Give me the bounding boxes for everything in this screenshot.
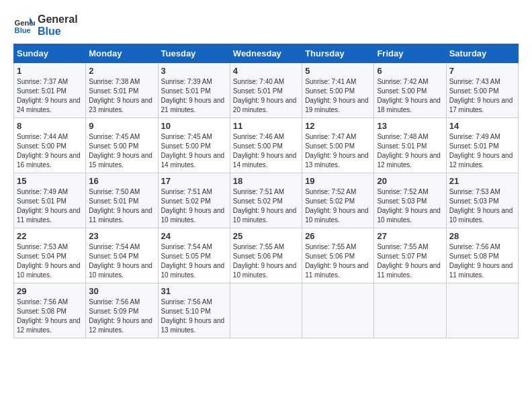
cell-info: Sunrise: 7:53 AMSunset: 5:04 PMDaylight:…: [17, 242, 83, 280]
calendar-cell: 5Sunrise: 7:41 AMSunset: 5:00 PMDaylight…: [302, 63, 374, 118]
calendar-table: SundayMondayTuesdayWednesdayThursdayFrid…: [13, 44, 519, 338]
day-number: 24: [161, 231, 227, 241]
calendar-cell: 22Sunrise: 7:53 AMSunset: 5:04 PMDayligh…: [14, 228, 86, 283]
calendar-cell: 12Sunrise: 7:47 AMSunset: 5:00 PMDayligh…: [302, 118, 374, 173]
day-number: 15: [17, 176, 83, 186]
cell-info: Sunrise: 7:50 AMSunset: 5:01 PMDaylight:…: [89, 187, 154, 225]
day-number: 13: [377, 121, 443, 131]
day-number: 20: [377, 176, 443, 186]
cell-info: Sunrise: 7:41 AMSunset: 5:00 PMDaylight:…: [305, 77, 371, 115]
day-number: 23: [89, 231, 154, 241]
day-number: 27: [377, 231, 443, 241]
calendar-cell: 4Sunrise: 7:40 AMSunset: 5:01 PMDaylight…: [230, 63, 302, 118]
day-header-friday: Friday: [374, 44, 446, 63]
calendar-cell: 14Sunrise: 7:49 AMSunset: 5:01 PMDayligh…: [446, 118, 518, 173]
calendar-cell: 6Sunrise: 7:42 AMSunset: 5:00 PMDaylight…: [374, 63, 446, 118]
calendar-cell: 7Sunrise: 7:43 AMSunset: 5:00 PMDaylight…: [446, 63, 518, 118]
calendar-cell: 3Sunrise: 7:39 AMSunset: 5:01 PMDaylight…: [158, 63, 230, 118]
day-number: 10: [161, 121, 227, 131]
cell-info: Sunrise: 7:51 AMSunset: 5:02 PMDaylight:…: [161, 187, 227, 225]
day-number: 18: [233, 176, 299, 186]
calendar-cell: 17Sunrise: 7:51 AMSunset: 5:02 PMDayligh…: [158, 173, 230, 228]
calendar-cell: 20Sunrise: 7:52 AMSunset: 5:03 PMDayligh…: [374, 173, 446, 228]
calendar-cell: 18Sunrise: 7:51 AMSunset: 5:02 PMDayligh…: [230, 173, 302, 228]
day-header-tuesday: Tuesday: [158, 44, 230, 63]
day-number: 21: [449, 176, 515, 186]
cell-info: Sunrise: 7:56 AMSunset: 5:10 PMDaylight:…: [161, 298, 227, 335]
day-number: 4: [233, 66, 299, 76]
cell-info: Sunrise: 7:44 AMSunset: 5:00 PMDaylight:…: [17, 132, 83, 170]
day-number: 5: [305, 66, 371, 76]
cell-info: Sunrise: 7:46 AMSunset: 5:00 PMDaylight:…: [233, 132, 299, 170]
calendar-cell: 10Sunrise: 7:45 AMSunset: 5:00 PMDayligh…: [158, 118, 230, 173]
day-header-monday: Monday: [86, 44, 158, 63]
calendar-cell: [230, 283, 302, 338]
cell-info: Sunrise: 7:56 AMSunset: 5:09 PMDaylight:…: [89, 298, 154, 335]
calendar-cell: 27Sunrise: 7:55 AMSunset: 5:07 PMDayligh…: [374, 228, 446, 283]
day-number: 28: [449, 231, 515, 241]
calendar-cell: 31Sunrise: 7:56 AMSunset: 5:10 PMDayligh…: [158, 283, 230, 338]
day-number: 31: [161, 286, 227, 296]
calendar-cell: 25Sunrise: 7:55 AMSunset: 5:06 PMDayligh…: [230, 228, 302, 283]
cell-info: Sunrise: 7:51 AMSunset: 5:02 PMDaylight:…: [233, 187, 299, 225]
cell-info: Sunrise: 7:45 AMSunset: 5:00 PMDaylight:…: [89, 132, 154, 170]
day-number: 19: [305, 176, 371, 186]
cell-info: Sunrise: 7:55 AMSunset: 5:06 PMDaylight:…: [305, 242, 371, 280]
calendar-cell: 2Sunrise: 7:38 AMSunset: 5:01 PMDaylight…: [86, 63, 158, 118]
cell-info: Sunrise: 7:55 AMSunset: 5:07 PMDaylight:…: [377, 242, 443, 280]
day-number: 26: [305, 231, 371, 241]
cell-info: Sunrise: 7:56 AMSunset: 5:08 PMDaylight:…: [449, 242, 515, 280]
cell-info: Sunrise: 7:49 AMSunset: 5:01 PMDaylight:…: [17, 187, 83, 225]
day-number: 2: [89, 66, 154, 76]
cell-info: Sunrise: 7:49 AMSunset: 5:01 PMDaylight:…: [449, 132, 515, 170]
calendar-cell: 28Sunrise: 7:56 AMSunset: 5:08 PMDayligh…: [446, 228, 518, 283]
cell-info: Sunrise: 7:52 AMSunset: 5:02 PMDaylight:…: [305, 187, 371, 225]
day-header-thursday: Thursday: [302, 44, 374, 63]
calendar-cell: [446, 283, 518, 338]
day-number: 12: [305, 121, 371, 131]
cell-info: Sunrise: 7:55 AMSunset: 5:06 PMDaylight:…: [233, 242, 299, 280]
calendar-cell: 24Sunrise: 7:54 AMSunset: 5:05 PMDayligh…: [158, 228, 230, 283]
day-number: 8: [17, 121, 83, 131]
calendar-cell: 1Sunrise: 7:37 AMSunset: 5:01 PMDaylight…: [14, 63, 86, 118]
cell-info: Sunrise: 7:54 AMSunset: 5:04 PMDaylight:…: [89, 242, 154, 280]
calendar-cell: 29Sunrise: 7:56 AMSunset: 5:08 PMDayligh…: [14, 283, 86, 338]
cell-info: Sunrise: 7:37 AMSunset: 5:01 PMDaylight:…: [17, 77, 83, 115]
day-number: 6: [377, 66, 443, 76]
calendar-cell: [374, 283, 446, 338]
cell-info: Sunrise: 7:42 AMSunset: 5:00 PMDaylight:…: [377, 77, 443, 115]
day-number: 29: [17, 286, 83, 296]
cell-info: Sunrise: 7:45 AMSunset: 5:00 PMDaylight:…: [161, 132, 227, 170]
svg-text:Blue: Blue: [15, 26, 31, 34]
day-number: 30: [89, 286, 154, 296]
calendar-cell: 19Sunrise: 7:52 AMSunset: 5:02 PMDayligh…: [302, 173, 374, 228]
calendar-cell: 23Sunrise: 7:54 AMSunset: 5:04 PMDayligh…: [86, 228, 158, 283]
cell-info: Sunrise: 7:47 AMSunset: 5:00 PMDaylight:…: [305, 132, 371, 170]
cell-info: Sunrise: 7:39 AMSunset: 5:01 PMDaylight:…: [161, 77, 227, 115]
logo-icon: General Blue: [13, 15, 35, 36]
cell-info: Sunrise: 7:40 AMSunset: 5:01 PMDaylight:…: [233, 77, 299, 115]
day-number: 17: [161, 176, 227, 186]
calendar-cell: [302, 283, 374, 338]
day-header-wednesday: Wednesday: [230, 44, 302, 63]
logo: General Blue General Blue: [13, 13, 78, 37]
calendar-cell: 9Sunrise: 7:45 AMSunset: 5:00 PMDaylight…: [86, 118, 158, 173]
day-number: 1: [17, 66, 83, 76]
cell-info: Sunrise: 7:43 AMSunset: 5:00 PMDaylight:…: [449, 77, 515, 115]
calendar-cell: 16Sunrise: 7:50 AMSunset: 5:01 PMDayligh…: [86, 173, 158, 228]
calendar-cell: 30Sunrise: 7:56 AMSunset: 5:09 PMDayligh…: [86, 283, 158, 338]
day-number: 16: [89, 176, 154, 186]
calendar-cell: 13Sunrise: 7:48 AMSunset: 5:01 PMDayligh…: [374, 118, 446, 173]
cell-info: Sunrise: 7:53 AMSunset: 5:03 PMDaylight:…: [449, 187, 515, 225]
day-number: 22: [17, 231, 83, 241]
calendar-cell: 11Sunrise: 7:46 AMSunset: 5:00 PMDayligh…: [230, 118, 302, 173]
calendar-cell: 21Sunrise: 7:53 AMSunset: 5:03 PMDayligh…: [446, 173, 518, 228]
day-number: 9: [89, 121, 154, 131]
calendar-cell: 8Sunrise: 7:44 AMSunset: 5:00 PMDaylight…: [14, 118, 86, 173]
cell-info: Sunrise: 7:38 AMSunset: 5:01 PMDaylight:…: [89, 77, 154, 115]
page-header: General Blue General Blue: [13, 13, 519, 37]
day-number: 11: [233, 121, 299, 131]
calendar-cell: 26Sunrise: 7:55 AMSunset: 5:06 PMDayligh…: [302, 228, 374, 283]
calendar-cell: 15Sunrise: 7:49 AMSunset: 5:01 PMDayligh…: [14, 173, 86, 228]
cell-info: Sunrise: 7:48 AMSunset: 5:01 PMDaylight:…: [377, 132, 443, 170]
